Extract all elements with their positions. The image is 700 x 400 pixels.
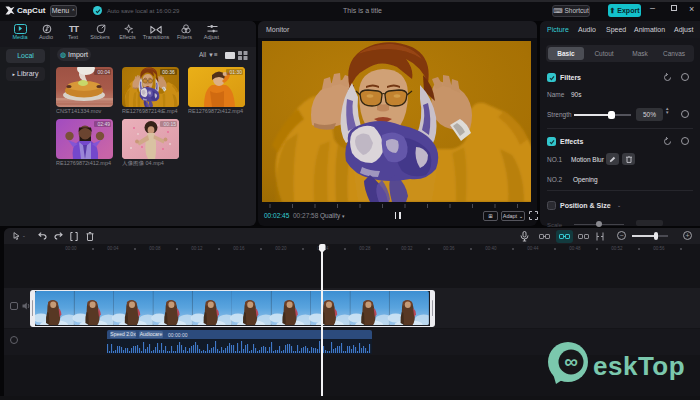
svg-text:02:49: 02:49 [97, 121, 110, 127]
svg-text:∞: ∞ [564, 351, 578, 372]
svg-text:eskTop: eskTop [593, 351, 685, 381]
svg-text:01:30: 01:30 [229, 69, 242, 75]
svg-text:00:04: 00:04 [97, 69, 110, 75]
svg-text:00:15: 00:15 [163, 121, 176, 127]
